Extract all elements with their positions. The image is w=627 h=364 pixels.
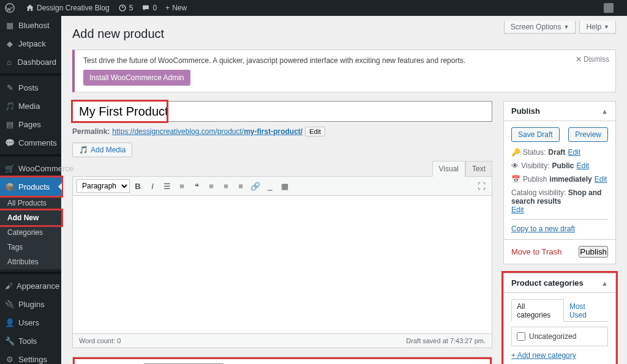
wrench-icon: 🔧: [5, 336, 15, 346]
menu-media[interactable]: 🎵Media: [0, 97, 61, 115]
install-woo-admin-button[interactable]: Install WooCommerce Admin: [83, 70, 190, 86]
toolbar-toggle-button[interactable]: ▦: [278, 179, 291, 193]
page-icon: ▤: [5, 119, 15, 129]
products-icon: 📦: [5, 182, 15, 191]
editor-content[interactable]: [73, 196, 492, 333]
save-draft-button[interactable]: Save Draft: [511, 127, 560, 142]
comments-link[interactable]: 0: [141, 4, 157, 12]
menu-users[interactable]: 👤Users: [0, 313, 61, 332]
publish-button[interactable]: Publish: [579, 246, 608, 258]
align-left-button[interactable]: ≡: [205, 179, 218, 193]
submenu-all-products[interactable]: All Products: [0, 196, 61, 210]
align-right-button[interactable]: ≡: [234, 179, 247, 193]
updates-link[interactable]: 5: [118, 4, 133, 12]
calendar-icon: 📅: [511, 175, 520, 184]
dismiss-button[interactable]: ✕ Dismiss: [576, 55, 609, 64]
menu-products[interactable]: 📦Products: [0, 177, 61, 196]
italic-button[interactable]: I: [146, 179, 159, 193]
readmore-button[interactable]: ⎯: [263, 179, 277, 193]
quote-button[interactable]: ❝: [190, 179, 203, 193]
dashboard-icon: ⌂: [5, 57, 13, 67]
permalink-edit-button[interactable]: Edit: [305, 127, 325, 136]
align-center-button[interactable]: ≡: [219, 179, 233, 193]
paragraph-select[interactable]: Paragraph: [77, 179, 130, 193]
notice-text: Test drive the future of WooCommerce. A …: [83, 56, 607, 65]
add-new-category-link[interactable]: + Add new category: [511, 351, 576, 360]
move-to-trash-link[interactable]: Move to Trash: [511, 247, 561, 256]
edit-date-link[interactable]: Edit: [595, 175, 607, 184]
menu-plugins[interactable]: 🔌Plugins: [0, 295, 61, 313]
permalink-label: Permalink:: [72, 127, 110, 136]
new-link[interactable]: +New: [165, 4, 187, 12]
submenu-attributes[interactable]: Attributes: [0, 254, 61, 269]
copy-draft-link[interactable]: Copy to a new draft: [511, 225, 575, 233]
sliders-icon: ⚙: [5, 354, 15, 364]
menu-posts[interactable]: ✎Posts: [0, 78, 61, 97]
media-icon: 🎵: [5, 101, 15, 111]
fullscreen-button[interactable]: ⛶: [475, 179, 488, 193]
plugin-icon: 🔌: [5, 299, 15, 309]
key-icon: 🔑: [511, 148, 520, 157]
edit-catalog-link[interactable]: Edit: [511, 206, 524, 214]
permalink-url[interactable]: https://dessigncreativeblog.com/product/…: [112, 127, 302, 136]
preview-button[interactable]: Preview: [568, 127, 608, 142]
number-list-button[interactable]: ≡: [175, 179, 189, 193]
woo-icon: 🛒: [5, 163, 15, 173]
uncategorized-label: Uncategorized: [517, 332, 603, 341]
edit-visibility-link[interactable]: Edit: [576, 162, 589, 170]
menu-bluehost[interactable]: ▦Bluehost: [0, 16, 61, 34]
eye-icon: 👁: [511, 162, 519, 170]
caret-up-icon: ▲: [601, 108, 608, 115]
bullet-list-button[interactable]: ☰: [160, 179, 174, 193]
product-title-input[interactable]: [72, 101, 492, 122]
user-avatar[interactable]: [604, 3, 614, 13]
close-icon: ✕: [576, 55, 582, 64]
submenu-add-new[interactable]: Add New: [0, 210, 61, 225]
add-media-button[interactable]: 🎵Add Media: [72, 143, 132, 157]
menu-jetpack[interactable]: ◆Jetpack: [0, 34, 61, 53]
submenu-categories[interactable]: Categories: [0, 225, 61, 240]
cat-tab-all[interactable]: All categories: [511, 299, 564, 322]
menu-appearance[interactable]: 🖌Appearance: [0, 277, 61, 295]
draft-saved: Draft saved at 7:43:27 pm.: [406, 337, 486, 344]
brush-icon: 🖌: [5, 281, 13, 291]
grid-icon: ▦: [5, 20, 15, 30]
caret-up-icon: ▲: [601, 280, 608, 287]
editor-tab-visual[interactable]: Visual: [432, 161, 465, 177]
menu-pages[interactable]: ▤Pages: [0, 115, 61, 133]
wp-logo[interactable]: [5, 3, 17, 13]
categories-box-toggle[interactable]: Product categories▲: [504, 273, 615, 293]
uncategorized-checkbox[interactable]: [517, 332, 525, 341]
menu-settings[interactable]: ⚙Settings: [0, 350, 61, 364]
screen-options-button[interactable]: Screen Options▼: [504, 21, 576, 34]
jetpack-icon: ◆: [5, 39, 15, 48]
menu-comments[interactable]: 💬Comments: [0, 133, 61, 152]
menu-dashboard[interactable]: ⌂Dashboard: [0, 53, 61, 71]
caret-down-icon: ▼: [604, 24, 609, 30]
site-link[interactable]: Dessign Creative Blog: [26, 4, 110, 12]
woo-admin-notice: ✕ Dismiss Test drive the future of WooCo…: [72, 50, 616, 92]
submenu-tags[interactable]: Tags: [0, 240, 61, 254]
cat-tab-most-used[interactable]: Most Used: [564, 299, 608, 322]
users-icon: 👤: [5, 318, 15, 327]
menu-tools[interactable]: 🔧Tools: [0, 332, 61, 350]
comment-icon: 💬: [5, 138, 15, 147]
publish-box-toggle[interactable]: Publish▲: [504, 102, 615, 121]
media-icon: 🎵: [79, 146, 88, 154]
link-button[interactable]: 🔗: [249, 179, 262, 193]
edit-status-link[interactable]: Edit: [568, 148, 580, 157]
caret-down-icon: ▼: [563, 24, 569, 30]
menu-woocommerce[interactable]: 🛒WooCommerce: [0, 159, 61, 177]
pin-icon: ✎: [5, 83, 15, 92]
word-count: Word count: 0: [79, 337, 121, 344]
bold-button[interactable]: B: [131, 179, 145, 193]
help-button[interactable]: Help▼: [579, 21, 616, 34]
editor-tab-text[interactable]: Text: [465, 161, 492, 177]
